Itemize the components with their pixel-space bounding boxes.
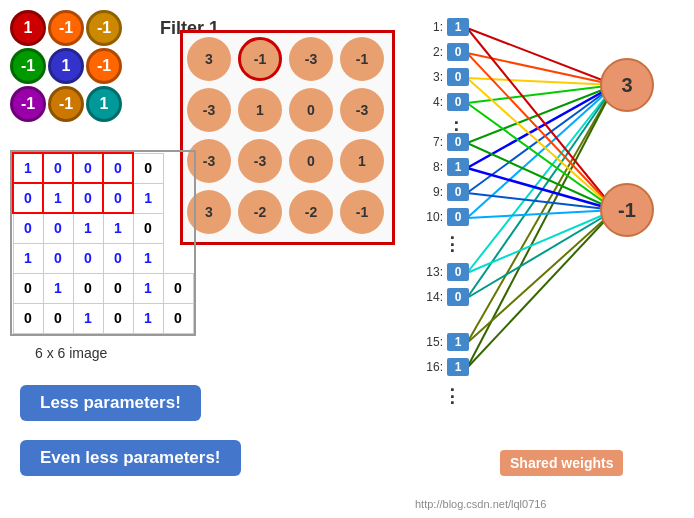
node-label-9: 9: — [415, 185, 443, 199]
node-label-1: 1: — [415, 20, 443, 34]
table-row: 0 1 0 0 1 0 — [13, 273, 193, 303]
output-node-2: -1 — [600, 183, 654, 237]
node-label-10: 10: — [415, 210, 443, 224]
node-value-8: 1 — [447, 158, 469, 176]
input-node-15: 15: 1 — [415, 333, 469, 351]
input-node-4: 4: 0 — [415, 93, 469, 111]
table-cell: 0 — [103, 183, 133, 213]
conv-cell-2: -3 — [289, 37, 333, 81]
svg-line-19 — [467, 210, 615, 218]
conv-cell-11: 1 — [340, 139, 384, 183]
table-cell: 1 — [43, 183, 73, 213]
node-label-16: 16: — [415, 360, 443, 374]
conv-cell-1: -1 — [238, 37, 282, 81]
table-cell: 0 — [163, 273, 193, 303]
filter-cell-3: -1 — [10, 48, 46, 84]
conv-cell-0: 3 — [187, 37, 231, 81]
input-node-16: 16: 1 — [415, 358, 469, 376]
table-cell: 0 — [163, 303, 193, 333]
svg-line-14 — [467, 78, 615, 210]
even-less-params-button[interactable]: Even less parameters! — [20, 440, 241, 476]
table-cell: 0 — [103, 153, 133, 183]
conv-cell-6: 0 — [289, 88, 333, 132]
input-node-10: 10: 0 — [415, 208, 469, 226]
node-value-10: 0 — [447, 208, 469, 226]
table-row: 1 0 0 0 0 — [13, 153, 193, 183]
node-value-4: 0 — [447, 93, 469, 111]
table-cell: 0 — [73, 273, 103, 303]
table-cell: 1 — [43, 273, 73, 303]
table-cell: 1 — [133, 273, 163, 303]
input-node-8: 8: 1 — [415, 158, 469, 176]
node-value-7: 0 — [447, 133, 469, 151]
table-cell: 0 — [43, 243, 73, 273]
svg-line-5 — [467, 85, 615, 168]
filter-cell-1: -1 — [48, 10, 84, 46]
table-cell: 0 — [43, 303, 73, 333]
svg-line-2 — [467, 78, 615, 85]
node-label-15: 15: — [415, 335, 443, 349]
filter-cell-7: -1 — [48, 86, 84, 122]
conv-cell-10: 0 — [289, 139, 333, 183]
svg-line-6 — [467, 85, 615, 193]
input-node-9: 9: 0 — [415, 183, 469, 201]
svg-line-4 — [467, 85, 615, 143]
node-value-9: 0 — [447, 183, 469, 201]
svg-line-8 — [467, 85, 615, 273]
table-cell: 1 — [133, 183, 163, 213]
watermark: http://blog.csdn.net/lql0716 — [415, 498, 546, 510]
svg-line-22 — [467, 210, 615, 343]
table-cell: 1 — [73, 213, 103, 243]
filter-cell-6: -1 — [10, 86, 46, 122]
less-params-button[interactable]: Less parameters! — [20, 385, 201, 421]
input-node-7: 7: 0 — [415, 133, 469, 151]
table-cell: 0 — [43, 213, 73, 243]
conv-cell-5: 1 — [238, 88, 282, 132]
table-row: 0 1 0 0 1 — [13, 183, 193, 213]
conv-cell-9: -3 — [238, 139, 282, 183]
svg-line-23 — [467, 210, 615, 368]
input-node-14: 14: 0 — [415, 288, 469, 306]
input-node-3: 3: 0 — [415, 68, 469, 86]
svg-line-20 — [467, 210, 615, 273]
filter-cell-5: -1 — [86, 48, 122, 84]
node-value-16: 1 — [447, 358, 469, 376]
svg-line-15 — [467, 103, 615, 210]
table-cell: 0 — [133, 213, 163, 243]
conv-grid-container: 3-1-3-1-310-3-3-3013-2-2-1 — [180, 30, 395, 245]
table-cell: 0 — [103, 243, 133, 273]
node-value-3: 0 — [447, 68, 469, 86]
image-matrix: 1 0 0 0 0 0 1 0 0 1 0 0 1 1 0 1 0 0 0 1 — [10, 150, 196, 336]
conv-cell-4: -3 — [187, 88, 231, 132]
node-label-4: 4: — [415, 95, 443, 109]
table-cell: 1 — [73, 303, 103, 333]
node-value-14: 0 — [447, 288, 469, 306]
node-label-7: 7: — [415, 135, 443, 149]
svg-line-13 — [467, 53, 615, 210]
table-cell: 0 — [73, 153, 103, 183]
table-cell: 1 — [13, 243, 43, 273]
output-node-1: 3 — [600, 58, 654, 112]
node-label-13: 13: — [415, 265, 443, 279]
node-label-14: 14: — [415, 290, 443, 304]
table-cell: 0 — [13, 213, 43, 243]
svg-line-18 — [467, 193, 615, 210]
node-value-2: 0 — [447, 43, 469, 61]
table-cell: 1 — [133, 303, 163, 333]
table-cell: 0 — [13, 183, 43, 213]
conv-cell-15: -1 — [340, 190, 384, 234]
image-table: 1 0 0 0 0 0 1 0 0 1 0 0 1 1 0 1 0 0 0 1 — [12, 152, 194, 334]
filter-cell-8: 1 — [86, 86, 122, 122]
shared-weights-label: Shared weights — [500, 450, 623, 476]
table-cell: 1 — [133, 243, 163, 273]
node-value-15: 1 — [447, 333, 469, 351]
svg-line-11 — [467, 85, 615, 368]
table-cell: 0 — [13, 273, 43, 303]
filter-cell-0: 1 — [10, 10, 46, 46]
svg-line-12 — [467, 28, 615, 210]
nn-container: 1: 1 2: 0 3: 0 4: 0 ⋮ 7: 0 8: 1 9: 0 10:… — [415, 10, 685, 500]
node-label-8: 8: — [415, 160, 443, 174]
node-value-1: 1 — [447, 18, 469, 36]
table-cell: 0 — [13, 303, 43, 333]
output-value-2: -1 — [618, 199, 636, 222]
